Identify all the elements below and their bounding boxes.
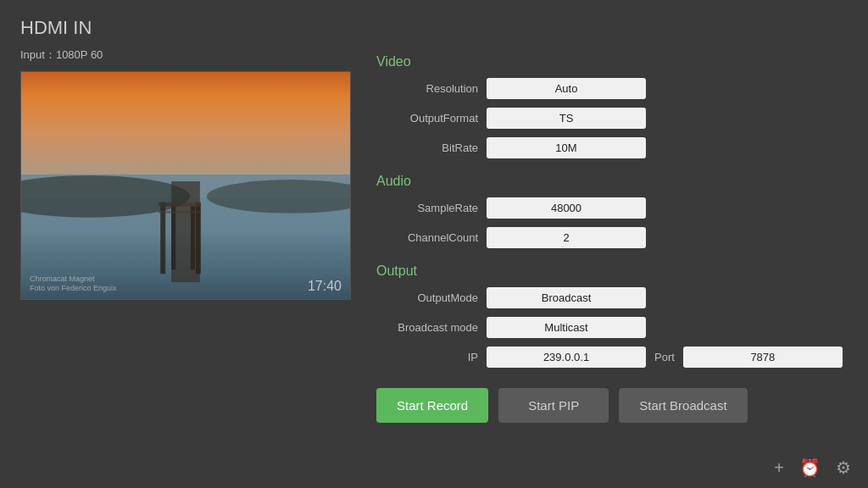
label-samplerate: SampleRate	[376, 202, 478, 214]
start-pip-button[interactable]: Start PIP	[498, 388, 609, 423]
start-record-button[interactable]: Start Record	[376, 388, 488, 423]
label-bitrate: BitRate	[376, 141, 478, 154]
svg-rect-5	[191, 207, 195, 269]
page-title: HDMI IN	[0, 0, 868, 47]
field-outputformat: OutputFormat	[376, 108, 848, 129]
video-timestamp: 17:40	[308, 279, 342, 294]
ip-row: Port	[487, 347, 843, 368]
field-bitrate: BitRate	[376, 137, 848, 158]
video-caption: Chromacat Magnet Foto von Federico Engui…	[30, 274, 117, 294]
input-label: Input：1080P 60	[20, 47, 351, 63]
section-audio: Audio	[376, 174, 848, 189]
field-resolution: Resolution	[376, 78, 848, 99]
field-outputmode: OutputMode	[376, 287, 848, 308]
field-samplerate: SampleRate	[376, 197, 848, 219]
input-channelcount[interactable]	[487, 227, 646, 248]
start-broadcast-button[interactable]: Start Broadcast	[619, 388, 747, 423]
section-video: Video	[376, 54, 848, 69]
label-ip: IP	[376, 351, 478, 363]
field-broadcastmode: Broadcast mode	[376, 317, 848, 338]
field-channelcount: ChannelCount	[376, 227, 848, 248]
pier-svg	[21, 72, 350, 299]
svg-point-9	[207, 180, 350, 214]
field-ip: IP Port	[376, 347, 848, 368]
label-resolution: Resolution	[376, 82, 478, 95]
input-broadcastmode[interactable]	[487, 317, 646, 338]
label-channelcount: ChannelCount	[376, 231, 478, 244]
label-broadcastmode: Broadcast mode	[376, 321, 478, 334]
gear-icon[interactable]: ⚙	[836, 458, 851, 478]
input-bitrate[interactable]	[487, 137, 646, 158]
input-resolution[interactable]	[487, 78, 646, 99]
input-outputformat[interactable]	[487, 108, 646, 129]
input-ip[interactable]	[487, 347, 646, 368]
label-port: Port	[654, 351, 675, 363]
controls-panel: Video Resolution OutputFormat BitRate Au…	[376, 47, 848, 476]
label-outputformat: OutputFormat	[376, 112, 478, 125]
clock-icon[interactable]: ⏰	[799, 458, 821, 478]
svg-rect-3	[171, 207, 175, 269]
video-overlay: Chromacat Magnet Foto von Federico Engui…	[21, 269, 350, 299]
video-preview: Chromacat Magnet Foto von Federico Engui…	[20, 71, 351, 300]
bottom-bar: + ⏰ ⚙	[774, 458, 851, 478]
svg-rect-7	[159, 211, 201, 214]
action-buttons: Start Record Start PIP Start Broadcast	[376, 388, 848, 423]
preview-panel: Input：1080P 60	[20, 47, 351, 476]
input-port[interactable]	[683, 347, 843, 368]
label-outputmode: OutputMode	[376, 291, 478, 304]
input-outputmode[interactable]	[487, 287, 646, 308]
add-icon[interactable]: +	[774, 458, 784, 478]
section-output: Output	[376, 263, 848, 279]
input-samplerate[interactable]	[487, 197, 646, 219]
caption-line2: Foto von Federico Enguix	[30, 284, 117, 294]
caption-line1: Chromacat Magnet	[30, 274, 117, 285]
